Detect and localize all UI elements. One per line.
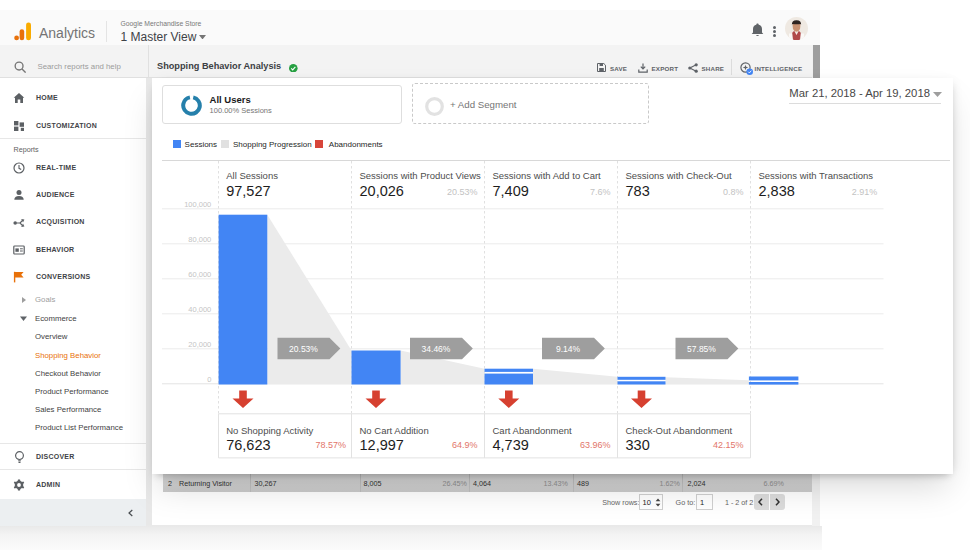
svg-text:20.53%: 20.53% <box>289 343 318 353</box>
svg-text:57.85%: 57.85% <box>687 343 716 353</box>
svg-text:9.14%: 9.14% <box>556 343 581 353</box>
svg-text:34.46%: 34.46% <box>422 343 451 353</box>
